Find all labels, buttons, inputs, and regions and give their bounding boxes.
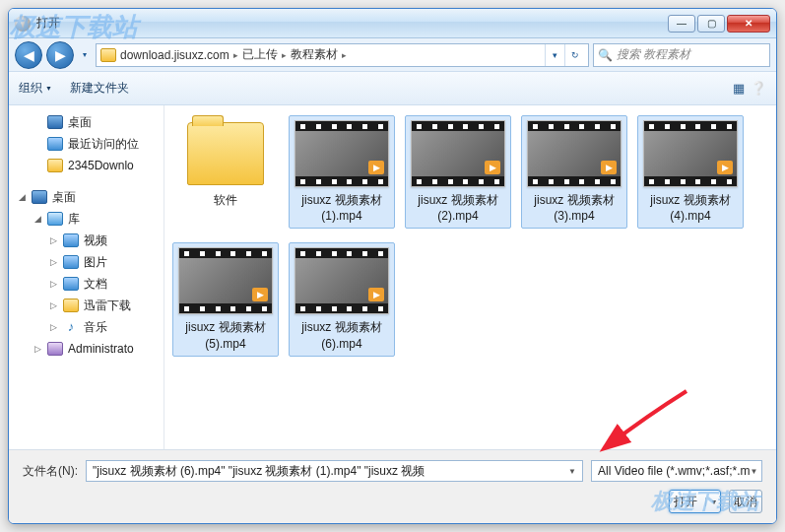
- file-label: jisuxz 视频素材 (2).mp4: [410, 192, 506, 224]
- maximize-button[interactable]: ▢: [697, 15, 725, 33]
- address-dropdown[interactable]: ▾: [545, 44, 564, 66]
- tree-node-administrator[interactable]: ▷Administrato: [9, 338, 164, 360]
- search-icon: 🔍: [598, 48, 613, 62]
- open-button[interactable]: 打开▾: [669, 490, 721, 513]
- forward-button[interactable]: ▶: [46, 41, 74, 69]
- file-list[interactable]: 软件 ▶ jisuxz 视频素材 (1).mp4 ▶ jisuxz 视频素材 (…: [164, 105, 776, 449]
- folder-icon: [100, 48, 116, 62]
- toolbar: 组织▼ 新建文件夹 ▦ ❔: [9, 72, 776, 105]
- tree-node-video[interactable]: ▷视频: [9, 230, 164, 251]
- folder-item[interactable]: 软件: [172, 115, 279, 229]
- tree-node-music[interactable]: ▷♪音乐: [9, 316, 164, 338]
- file-label: jisuxz 视频素材 (3).mp4: [526, 192, 622, 224]
- cancel-button[interactable]: 取消: [729, 490, 762, 513]
- file-label: 软件: [214, 192, 237, 208]
- play-icon: ▶: [717, 161, 733, 174]
- nav-tree: 桌面 最近访问的位 2345Downlo ◢桌面 ◢库 ▷视频 ▷图片 ▷文档 …: [9, 105, 164, 449]
- filename-input[interactable]: "jisuxz 视频素材 (6).mp4" "jisuxz 视频素材 (1).m…: [86, 460, 583, 482]
- video-thumbnail: ▶: [411, 120, 505, 187]
- file-label: jisuxz 视频素材 (1).mp4: [294, 192, 390, 224]
- title-bar[interactable]: 打开 — ▢ ✕: [9, 9, 776, 38]
- video-thumbnail: ▶: [178, 247, 273, 314]
- folder-icon: [187, 122, 264, 185]
- video-thumbnail: ▶: [294, 247, 389, 314]
- chevron-right-icon[interactable]: ▸: [282, 50, 287, 60]
- video-file-item[interactable]: ▶ jisuxz 视频素材 (3).mp4: [521, 115, 627, 229]
- history-dropdown[interactable]: ▾: [78, 45, 92, 65]
- back-button[interactable]: ◀: [15, 41, 42, 69]
- app-icon: [15, 16, 31, 32]
- view-mode-button[interactable]: ▦: [733, 81, 745, 96]
- breadcrumb[interactable]: 已上传: [242, 46, 278, 63]
- nav-row: ◀ ▶ ▾ download.jisuxz.com ▸ 已上传 ▸ 教程素材 ▸…: [9, 38, 776, 72]
- video-file-item[interactable]: ▶ jisuxz 视频素材 (2).mp4: [405, 115, 511, 229]
- dialog-footer: 文件名(N): "jisuxz 视频素材 (6).mp4" "jisuxz 视频…: [9, 449, 776, 523]
- file-label: jisuxz 视频素材 (6).mp4: [294, 319, 390, 351]
- search-placeholder: 搜索 教程素材: [617, 46, 690, 63]
- play-icon: ▶: [368, 161, 384, 174]
- close-button[interactable]: ✕: [727, 15, 770, 33]
- open-dialog-window: 打开 — ▢ ✕ ◀ ▶ ▾ download.jisuxz.com ▸ 已上传…: [8, 8, 777, 524]
- breadcrumb[interactable]: download.jisuxz.com: [120, 48, 229, 62]
- search-input[interactable]: 🔍 搜索 教程素材: [593, 43, 770, 67]
- chevron-down-icon: ▼: [751, 467, 758, 476]
- play-icon: ▶: [252, 288, 268, 301]
- refresh-button[interactable]: ↻: [564, 44, 584, 66]
- tree-node-desktop-root[interactable]: ◢桌面: [9, 186, 164, 208]
- video-file-item[interactable]: ▶ jisuxz 视频素材 (6).mp4: [289, 242, 395, 356]
- video-file-item[interactable]: ▶ jisuxz 视频素材 (1).mp4: [289, 115, 395, 229]
- chevron-down-icon: ▼: [568, 467, 576, 476]
- tree-node-library[interactable]: ◢库: [9, 208, 164, 230]
- video-thumbnail: ▶: [643, 120, 738, 187]
- file-label: jisuxz 视频素材 (4).mp4: [642, 192, 739, 224]
- video-thumbnail: ▶: [294, 120, 389, 187]
- tree-node-picture[interactable]: ▷图片: [9, 251, 164, 273]
- chevron-right-icon[interactable]: ▸: [342, 50, 347, 60]
- filename-label: 文件名(N):: [23, 463, 78, 480]
- tree-node-2345download[interactable]: 2345Downlo: [9, 155, 164, 176]
- play-icon: ▶: [601, 161, 617, 174]
- video-file-item[interactable]: ▶ jisuxz 视频素材 (4).mp4: [637, 115, 744, 229]
- play-icon: ▶: [368, 288, 384, 301]
- minimize-button[interactable]: —: [668, 15, 695, 33]
- window-title: 打开: [36, 15, 60, 32]
- play-icon: ▶: [485, 161, 500, 174]
- chevron-right-icon[interactable]: ▸: [233, 50, 238, 60]
- tree-node-recent[interactable]: 最近访问的位: [9, 133, 164, 155]
- organize-menu[interactable]: 组织▼: [19, 80, 52, 97]
- file-label: jisuxz 视频素材 (5).mp4: [177, 319, 274, 351]
- video-file-item[interactable]: ▶ jisuxz 视频素材 (5).mp4: [172, 242, 279, 356]
- open-split-dropdown[interactable]: ▾: [705, 498, 716, 506]
- tree-node-document[interactable]: ▷文档: [9, 273, 164, 295]
- filetype-filter[interactable]: All Video file (*.wmv;*.asf;*.m▼: [591, 460, 762, 482]
- tree-node-desktop[interactable]: 桌面: [9, 111, 164, 133]
- address-bar[interactable]: download.jisuxz.com ▸ 已上传 ▸ 教程素材 ▸ ▾ ↻: [96, 43, 589, 67]
- video-thumbnail: ▶: [527, 120, 621, 187]
- help-button[interactable]: ❔: [751, 81, 766, 96]
- breadcrumb[interactable]: 教程素材: [291, 46, 338, 63]
- tree-node-xunlei[interactable]: ▷迅雷下载: [9, 295, 164, 316]
- new-folder-button[interactable]: 新建文件夹: [70, 80, 129, 97]
